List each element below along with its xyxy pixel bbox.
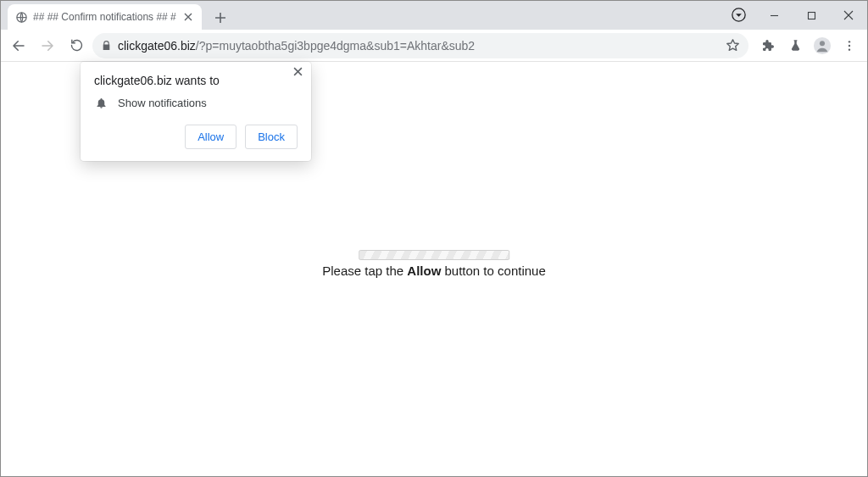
popup-close-icon[interactable] [293, 67, 303, 76]
account-dropdown-icon[interactable] [730, 6, 747, 23]
browser-toolbar: clickgate06.biz/?p=muytaobtha5gi3bpge4dg… [1, 30, 867, 62]
svg-point-7 [849, 48, 850, 50]
toolbar-right-group [752, 33, 862, 58]
allow-button[interactable]: Allow [185, 125, 236, 149]
url-path: /?p=muytaobtha5gi3bpge4dgma&sub1=Akhtar&… [196, 39, 475, 53]
menu-kebab-icon[interactable] [837, 33, 862, 58]
extensions-icon[interactable] [755, 33, 781, 58]
lock-icon [99, 39, 113, 53]
msg-prefix: Please tap the [322, 263, 407, 278]
tab-strip: ## ## Confirm notifications ## # [1, 1, 232, 30]
notification-permission-popup: clickgate06.biz wants to Show notificati… [81, 62, 311, 161]
popup-headline: clickgate06.biz wants to [94, 74, 298, 87]
minimize-button[interactable] [755, 3, 793, 28]
close-window-button[interactable] [830, 3, 867, 28]
progress-bar [359, 250, 509, 260]
permission-label: Show notifications [118, 97, 207, 109]
tab-close-icon[interactable] [181, 10, 195, 24]
labs-icon[interactable] [782, 33, 808, 58]
svg-point-4 [820, 41, 825, 46]
svg-point-5 [849, 41, 850, 42]
window-titlebar: ## ## Confirm notifications ## # [1, 1, 867, 30]
reload-button[interactable] [64, 33, 89, 58]
instruction-text: Please tap the Allow button to continue [322, 263, 546, 278]
profile-avatar-icon[interactable] [810, 33, 835, 58]
window-controls [755, 1, 867, 30]
back-button[interactable] [6, 33, 31, 58]
msg-suffix: button to continue [441, 263, 545, 278]
new-tab-button[interactable] [209, 6, 232, 30]
svg-rect-2 [808, 12, 815, 19]
bookmark-star-icon[interactable] [725, 38, 740, 53]
url-host: clickgate06.biz [118, 39, 196, 53]
address-bar[interactable]: clickgate06.biz/?p=muytaobtha5gi3bpge4dg… [92, 33, 748, 58]
page-content: Please tap the Allow button to continue … [1, 62, 867, 476]
permission-row: Show notifications [94, 96, 298, 109]
url-text: clickgate06.biz/?p=muytaobtha5gi3bpge4dg… [118, 39, 720, 53]
tab-title: ## ## Confirm notifications ## # [33, 11, 176, 23]
svg-point-6 [849, 44, 850, 46]
popup-actions: Allow Block [94, 125, 298, 149]
maximize-button[interactable] [793, 3, 830, 28]
globe-icon [14, 10, 28, 24]
forward-button[interactable] [35, 33, 60, 58]
bell-icon [94, 96, 108, 109]
browser-tab[interactable]: ## ## Confirm notifications ## # [8, 4, 202, 30]
msg-bold: Allow [407, 263, 441, 278]
block-button[interactable]: Block [245, 125, 298, 149]
page-center: Please tap the Allow button to continue [322, 250, 546, 278]
